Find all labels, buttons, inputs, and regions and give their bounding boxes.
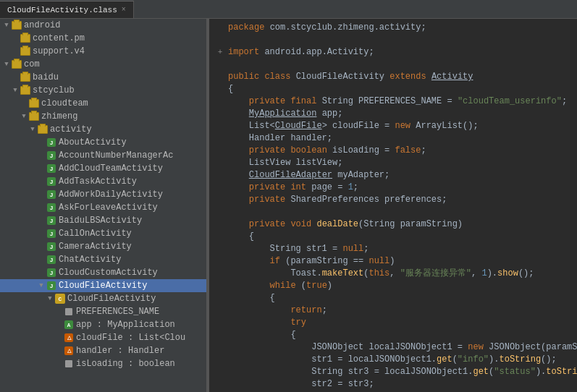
fold-marker	[215, 329, 225, 341]
code-line-blank1	[209, 34, 577, 46]
package-icon	[20, 33, 30, 43]
code-line-handler: Handler handler;	[209, 132, 577, 145]
tree-item-askforleave[interactable]: ▶ J AskForLeaveActivity	[0, 201, 206, 214]
tree-item-baidulbs[interactable]: ▶ J BaiduLBSActivity	[0, 214, 206, 227]
code-line-str3: String str3 = localJSONObject1.get("stat…	[209, 366, 577, 378]
code-content: {	[228, 292, 275, 304]
tree-item-accountnumber[interactable]: ▶ J AccountNumberManagerAc	[0, 149, 206, 162]
tree-item-content-pm[interactable]: ▶ content.pm	[0, 32, 206, 45]
tree-item-chat[interactable]: ▶ J ChatActivity	[0, 253, 206, 266]
package-icon	[38, 124, 48, 135]
expand-arrow: ▼	[46, 295, 54, 302]
tree-item-cloudcustom[interactable]: ▶ J CloudCustomActivity	[0, 266, 206, 279]
tree-item-baidu[interactable]: ▶ baidu	[0, 71, 206, 84]
fold-marker	[215, 120, 225, 132]
tree-item-addtask[interactable]: ▶ J AddTaskActivity	[0, 175, 206, 188]
package-icon	[29, 98, 39, 108]
java-icon: J	[46, 189, 56, 200]
tree-item-zhimeng[interactable]: ▼ zhimeng	[0, 110, 206, 123]
fold-marker	[215, 95, 225, 108]
tree-item-support-v4[interactable]: ▶ support.v4	[0, 45, 206, 58]
tree-item-aboutactivity[interactable]: ▶ J AboutActivity	[0, 136, 206, 149]
package-icon	[20, 46, 30, 56]
code-line-str1-assign: str1 = localJSONObject1.get("info").toSt…	[209, 354, 577, 366]
tree-label: CallOnActivity	[59, 229, 132, 239]
tree-item-stcyclub[interactable]: ▼ stcyclub	[0, 84, 206, 97]
java-icon: J	[46, 229, 56, 239]
tree-label: android	[24, 20, 60, 30]
tree-item-cloudfileactivity[interactable]: ▼ J CloudFileActivity	[0, 279, 206, 292]
tree-item-app[interactable]: ▶ A app : MyApplication	[0, 318, 206, 331]
fold-marker	[215, 132, 225, 145]
file-tree-panel: ▼ android ▶ content.pm ▶ support.v4 ▼ co…	[0, 19, 206, 392]
tree-item-handler[interactable]: ▶ △ handler : Handler	[0, 344, 206, 357]
tab-label: CloudFileActivity.class	[7, 6, 117, 14]
package-icon	[20, 85, 30, 95]
expand-arrow: ▼	[3, 61, 10, 68]
code-content: private void dealDate(String paramString…	[228, 218, 463, 231]
tree-label: AddWorkDailyActivity	[59, 189, 163, 200]
tree-label: zhimeng	[41, 111, 77, 122]
tree-item-callonactivity[interactable]: ▶ J CallOnActivity	[0, 227, 206, 240]
app-container: CloudFileActivity.class × ▼ android ▶ co…	[0, 0, 577, 392]
tab-close-icon[interactable]: ×	[122, 6, 126, 14]
field-icon: A	[64, 320, 74, 330]
code-content: List<CloudFile> cloudFile = new ArrayLis…	[228, 120, 479, 132]
tree-item-com[interactable]: ▼ com	[0, 58, 206, 71]
java-icon: J	[46, 255, 56, 265]
code-content: package com.stcyclub.zhimeng.activity;	[228, 22, 426, 34]
java-icon: J	[46, 281, 56, 291]
code-content	[228, 206, 233, 218]
code-content: if (paramString == null)	[228, 255, 395, 268]
tree-label: CameraActivity	[59, 242, 132, 252]
code-content: private final String PREFERENCES_NAME = …	[228, 95, 567, 108]
fold-marker	[215, 59, 225, 71]
java-icon: J	[46, 137, 56, 148]
code-content: private SharedPreferences preferences;	[228, 194, 447, 206]
code-line-blank3	[209, 206, 577, 218]
field-icon	[64, 307, 74, 317]
main-area: ▼ android ▶ content.pm ▶ support.v4 ▼ co…	[0, 19, 577, 392]
code-line-class: public class CloudFileActivity extends A…	[209, 71, 577, 83]
tree-label: AboutActivity	[59, 137, 127, 148]
package-icon	[20, 72, 30, 82]
fold-marker	[215, 169, 225, 182]
tree-item-cloudteam[interactable]: ▶ cloudteam	[0, 97, 206, 110]
code-line-dealdate: private void dealDate(String paramString…	[209, 218, 577, 231]
field-icon: △	[64, 346, 74, 356]
code-editor[interactable]: package com.stcyclub.zhimeng.activity; +…	[209, 19, 577, 392]
expand-arrow: ▼	[12, 87, 19, 94]
tree-item-preferences-name[interactable]: ▶ PREFERENCES_NAME	[0, 305, 206, 318]
tree-item-camera[interactable]: ▶ J CameraActivity	[0, 240, 206, 253]
expand-arrow: ▼	[29, 126, 36, 133]
code-line-brace4: {	[209, 329, 577, 341]
tree-label: cloudFile : List<Clou	[76, 333, 185, 343]
code-content: str1 = localJSONObject1.get("info").toSt…	[228, 354, 557, 366]
code-line-import: + import android.app.Activity;	[209, 46, 577, 59]
tree-item-activity[interactable]: ▼ activity	[0, 123, 206, 136]
tree-item-isloading[interactable]: ▶ isLoading : boolean	[0, 357, 206, 370]
tab-cloudfileactivity[interactable]: CloudFileActivity.class ×	[0, 1, 134, 18]
code-line-listview: ListView listView;	[209, 157, 577, 169]
fold-marker[interactable]: +	[215, 46, 225, 59]
package-icon	[12, 59, 22, 69]
tree-label: AddCloudTeamActivity	[59, 163, 163, 174]
fold-marker	[215, 108, 225, 120]
tree-item-cloudfileactivity-inner[interactable]: ▼ C CloudFileActivity	[0, 292, 206, 305]
tree-item-android[interactable]: ▼ android	[0, 19, 206, 32]
tree-label: AccountNumberManagerAc	[59, 150, 173, 161]
package-icon	[29, 111, 39, 122]
code-line-preferences: private SharedPreferences preferences;	[209, 194, 577, 206]
code-content: str2 = str3;	[228, 378, 374, 391]
tree-label: CloudFileActivity	[67, 294, 156, 304]
tree-item-cloudfile[interactable]: ▶ △ cloudFile : List<Clou	[0, 331, 206, 344]
fold-marker	[215, 34, 225, 46]
fold-marker	[215, 280, 225, 292]
tree-label: isLoading : boolean	[76, 359, 175, 369]
code-content: {	[228, 83, 233, 95]
code-line-brace1: {	[209, 83, 577, 95]
java-icon: J	[46, 242, 56, 252]
fold-marker	[215, 194, 225, 206]
tree-item-addworkdaily[interactable]: ▶ J AddWorkDailyActivity	[0, 188, 206, 201]
tree-item-addcloudteam[interactable]: ▶ J AddCloudTeamActivity	[0, 162, 206, 175]
